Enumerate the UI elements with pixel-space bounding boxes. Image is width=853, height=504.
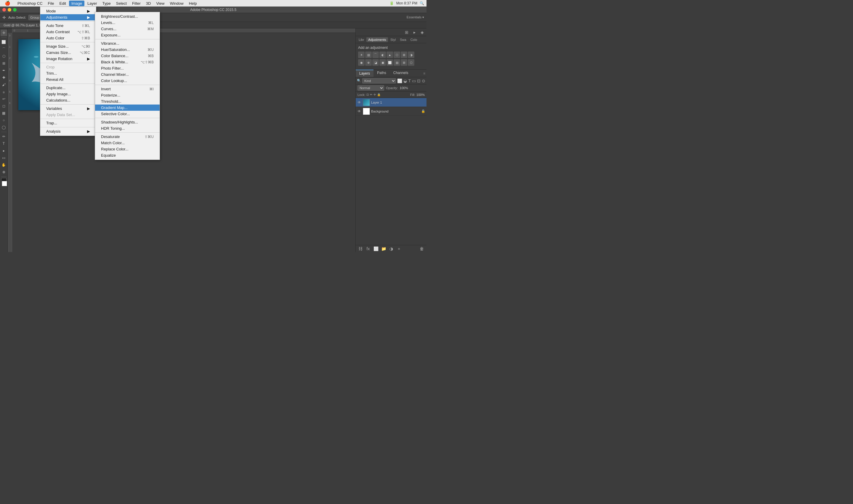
variables-menuitem[interactable]: Variables ▶ — [40, 105, 96, 112]
analysis-menuitem[interactable]: Analysis ▶ — [40, 128, 96, 134]
color-balance-menuitem[interactable]: Color Balance... ⌘B — [95, 53, 160, 59]
menubar-layer[interactable]: Layer — [85, 1, 100, 6]
add-layer-style-button[interactable]: fx — [365, 246, 371, 252]
shape-tool[interactable]: ▭ — [1, 155, 7, 161]
healing-tool[interactable]: ✚ — [1, 74, 7, 81]
photo-filter-adj[interactable]: ◉ — [358, 59, 365, 66]
gradient-map-adj[interactable]: ▤ — [394, 59, 400, 66]
brightness-adj[interactable]: ☀ — [358, 52, 365, 58]
panel-properties-icon[interactable]: ⊞ — [403, 29, 410, 36]
black-white-menuitem[interactable]: Black & White... ⌥⇧⌘B — [95, 59, 160, 65]
lock-transparent-icon[interactable]: ⊡ — [367, 93, 369, 96]
text-tool[interactable]: T — [1, 140, 7, 147]
curves-menuitem[interactable]: Curves... ⌘M — [95, 26, 160, 32]
gradient-map-menuitem[interactable]: Gradient Map... — [95, 105, 160, 111]
layer-item-background[interactable]: 👁 Background 🔒 — [356, 107, 427, 116]
color-lookup-adj[interactable]: ⬡ — [408, 59, 414, 66]
image-rotation-menuitem[interactable]: Image Rotation ▶ — [40, 56, 96, 62]
invert-adj[interactable]: ◪ — [372, 59, 379, 66]
zoom-tool[interactable]: ⊕ — [1, 169, 7, 175]
menubar-type[interactable]: Type — [100, 1, 113, 6]
replace-color-menuitem[interactable]: Replace Color... — [95, 146, 160, 152]
apple-menu[interactable]: 🍎 — [2, 0, 13, 6]
close-button[interactable] — [2, 8, 6, 12]
adjustments-tab[interactable]: Adjustments — [367, 37, 388, 42]
kind-select[interactable]: Kind — [362, 78, 396, 84]
pen-tool[interactable]: ✏ — [1, 133, 7, 140]
calculations-menuitem[interactable]: Calculations... — [40, 97, 96, 103]
lock-paint-icon[interactable]: ✏ — [370, 93, 372, 96]
filter-type-icon[interactable]: T — [408, 78, 411, 83]
hue-sat-menuitem[interactable]: Hue/Saturation... ⌘U — [95, 47, 160, 53]
swatches-tab[interactable]: Swa — [398, 37, 408, 42]
filter-adj-icon[interactable]: ◒ — [403, 78, 407, 83]
menubar-image[interactable]: Image — [69, 1, 84, 6]
panel-color-icon[interactable]: ▸ — [411, 29, 417, 36]
eyedropper-tool[interactable]: ✒ — [1, 67, 7, 74]
lock-position-icon[interactable]: ✛ — [373, 93, 376, 96]
match-color-menuitem[interactable]: Match Color... — [95, 140, 160, 146]
posterize-adj[interactable]: ▣ — [379, 59, 386, 66]
layers-tab[interactable]: Layers — [356, 70, 373, 77]
shadows-highlights-menuitem[interactable]: Shadows/Highlights... — [95, 119, 160, 125]
paths-tab[interactable]: Paths — [373, 70, 390, 77]
threshold-adj[interactable]: ⬜ — [387, 59, 393, 66]
apply-image-menuitem[interactable]: Apply Image... — [40, 91, 96, 97]
gradient-tool[interactable]: ▦ — [1, 110, 7, 116]
path-select-tool[interactable]: ▸ — [1, 147, 7, 154]
menubar-3d[interactable]: 3D — [144, 1, 154, 6]
libr-tab[interactable]: Libr — [357, 37, 366, 42]
hand-tool[interactable]: ✋ — [1, 162, 7, 168]
blend-mode-select[interactable]: Normal Dissolve Multiply — [357, 85, 384, 91]
filter-smartobj-icon[interactable]: ⊡ — [417, 78, 421, 83]
history-tool[interactable]: ↩ — [1, 96, 7, 102]
canvas-size-menuitem[interactable]: Canvas Size... ⌥⌘C — [40, 50, 96, 56]
channel-adj[interactable]: ⊕ — [365, 59, 372, 66]
channels-tab[interactable]: Channels — [390, 70, 412, 77]
color-balance-adj[interactable]: ⊞ — [401, 52, 407, 58]
eraser-tool[interactable]: ◻ — [1, 103, 7, 109]
maximize-button[interactable] — [13, 8, 17, 12]
delete-layer-button[interactable]: 🗑 — [419, 246, 425, 252]
opacity-value[interactable]: 100% — [399, 86, 408, 90]
menubar-help[interactable]: Help — [186, 1, 199, 6]
mode-menuitem[interactable]: Mode ▶ — [40, 8, 96, 14]
image-size-menuitem[interactable]: Image Size... ⌥⌘I — [40, 43, 96, 50]
menubar-photoshop[interactable]: Photoshop CC — [15, 1, 45, 6]
trim-menuitem[interactable]: Trim... — [40, 70, 96, 76]
auto-contrast-menuitem[interactable]: Auto Contrast ⌥⇧⌘L — [40, 29, 96, 35]
equalize-menuitem[interactable]: Equalize — [95, 152, 160, 158]
minimize-button[interactable] — [8, 8, 11, 12]
menubar-filter[interactable]: Filter — [130, 1, 143, 6]
vibrance-menuitem[interactable]: Vibrance... — [95, 40, 160, 47]
brush-tool[interactable]: 🖌 — [1, 82, 7, 88]
layers-panel-menu[interactable]: ≡ — [423, 70, 427, 77]
fill-value[interactable]: 100% — [416, 93, 425, 96]
menubar-edit[interactable]: Edit — [57, 1, 68, 6]
desaturate-menuitem[interactable]: Desaturate ⇧⌘U — [95, 133, 160, 140]
filter-shape-icon[interactable]: ▭ — [412, 78, 416, 83]
menubar-view[interactable]: View — [154, 1, 167, 6]
dodge-tool[interactable]: ◯ — [1, 124, 7, 131]
add-mask-button[interactable]: ⬜ — [373, 246, 379, 252]
reveal-all-menuitem[interactable]: Reveal All — [40, 76, 96, 83]
crop-tool[interactable]: ⊞ — [1, 60, 7, 67]
styles-tab[interactable]: Styl — [389, 37, 397, 42]
bw-adj[interactable]: ◑ — [408, 52, 414, 58]
move-tool[interactable]: ✛ — [1, 30, 7, 36]
blur-tool[interactable]: ○ — [1, 117, 7, 124]
brightness-contrast-menuitem[interactable]: Brightness/Contrast... — [95, 13, 160, 20]
layer-vis-layer1[interactable]: 👁 — [357, 100, 362, 105]
duplicate-menuitem[interactable]: Duplicate... — [40, 85, 96, 91]
curves-adj[interactable]: ⌒ — [372, 52, 379, 58]
selective-color-adj[interactable]: ⊞ — [401, 59, 407, 66]
layer-item-layer1[interactable]: 👁 Layer 1 — [356, 98, 427, 107]
auto-tone-menuitem[interactable]: Auto Tone ⇧⌘L — [40, 22, 96, 29]
layer-link-button[interactable]: ⛓ — [357, 246, 363, 252]
exposure-adj[interactable]: ◐ — [379, 52, 386, 58]
photo-filter-menuitem[interactable]: Photo Filter... — [95, 65, 160, 71]
lock-all-icon[interactable]: 🔒 — [377, 93, 380, 96]
filter-toggle[interactable]: ⊙ — [422, 78, 425, 83]
invert-menuitem[interactable]: Invert ⌘I — [95, 86, 160, 92]
threshold-menuitem[interactable]: Threshold... — [95, 98, 160, 105]
